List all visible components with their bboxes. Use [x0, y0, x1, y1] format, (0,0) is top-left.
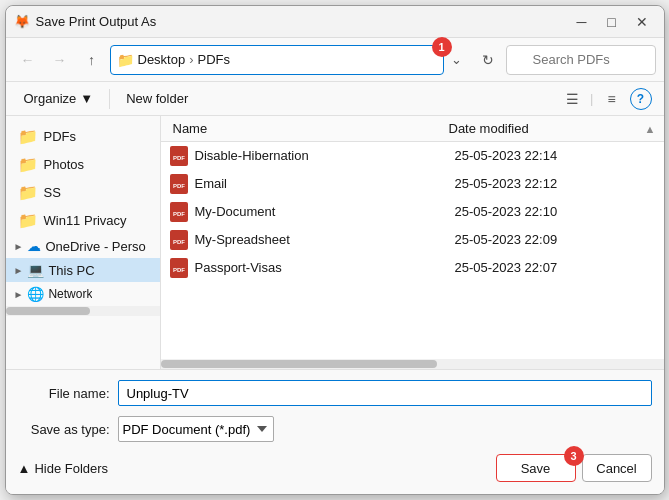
savetype-select[interactable]: PDF Document (*.pdf) [118, 416, 274, 442]
maximize-button[interactable]: □ [598, 8, 626, 36]
hide-folders-label: Hide Folders [34, 461, 108, 476]
file-row[interactable]: PDF Email 25-05-2023 22:12 [161, 170, 664, 198]
file-row[interactable]: PDF Disable-Hibernation 25-05-2023 22:14 [161, 142, 664, 170]
savetype-label: Save as type: [18, 422, 118, 437]
toolbar-separator [109, 89, 110, 109]
file-date-2: 25-05-2023 22:10 [455, 204, 656, 219]
filename-label: File name: [18, 386, 118, 401]
sidebar-label-win11privacy: Win11 Privacy [44, 213, 127, 228]
sidebar-scrollbar-thumb [6, 307, 91, 315]
svg-text:PDF: PDF [173, 267, 185, 273]
thispc-icon: 💻 [27, 262, 44, 278]
badge-1: 1 [432, 37, 452, 57]
sidebar-item-win11privacy[interactable]: 📁 Win11 Privacy [6, 206, 160, 234]
file-name-0: Disable-Hibernation [195, 148, 455, 163]
sidebar-section-network[interactable]: ► 🌐 Network [6, 282, 160, 306]
savetype-wrap: PDF Document (*.pdf) [118, 416, 652, 442]
file-name-4: Passport-Visas [195, 260, 455, 275]
file-name-1: Email [195, 176, 455, 191]
file-name-3: My-Spreadsheet [195, 232, 455, 247]
help-button[interactable]: ? [630, 88, 652, 110]
col-header-date: Date modified [449, 121, 656, 136]
sidebar-label-photos: Photos [44, 157, 84, 172]
bottom-section: File name: Save as type: PDF Document (*… [6, 369, 664, 494]
filelist-scrollbar-thumb [161, 360, 438, 368]
svg-text:PDF: PDF [173, 183, 185, 189]
action-buttons: Save 3 Cancel [496, 454, 652, 482]
hide-folders-button[interactable]: ▲ Hide Folders [18, 461, 109, 476]
file-name-2: My-Document [195, 204, 455, 219]
sidebar-label-thispc: This PC [48, 263, 94, 278]
sidebar-item-pdfs[interactable]: 📁 PDFs [6, 122, 160, 150]
file-icon-1: PDF [169, 174, 189, 194]
path-part-desktop: Desktop [138, 52, 186, 67]
file-row[interactable]: PDF Passport-Visas 25-05-2023 22:07 [161, 254, 664, 282]
sidebar-item-photos[interactable]: 📁 Photos [6, 150, 160, 178]
search-input[interactable] [506, 45, 656, 75]
file-list-header: ▲ Name Date modified [161, 116, 664, 142]
address-box[interactable]: 📁 Desktop › PDFs [110, 45, 444, 75]
cancel-button[interactable]: Cancel [582, 454, 652, 482]
file-icon-2: PDF [169, 202, 189, 222]
folder-icon-win11privacy: 📁 [18, 211, 38, 230]
view-details-button[interactable]: ≡ [598, 86, 626, 112]
close-button[interactable]: ✕ [628, 8, 656, 36]
forward-button[interactable]: → [46, 46, 74, 74]
sidebar-scrollbar[interactable] [6, 306, 160, 316]
svg-text:PDF: PDF [173, 211, 185, 217]
new-folder-button[interactable]: New folder [120, 86, 194, 112]
new-folder-label: New folder [126, 91, 188, 106]
folder-icon-photos: 📁 [18, 155, 38, 174]
hide-chevron: ▲ [18, 461, 31, 476]
save-btn-wrap: Save 3 [496, 454, 576, 482]
onedrive-icon: ☁ [27, 238, 41, 254]
toolbar-right: ☰ | ≡ ? [558, 86, 651, 112]
savetype-row: Save as type: PDF Document (*.pdf) [18, 414, 652, 444]
network-icon: 🌐 [27, 286, 44, 302]
sidebar: 📁 PDFs 📁 Photos 📁 SS 📁 Win11 Privacy ► ☁… [6, 116, 161, 369]
file-row[interactable]: PDF My-Spreadsheet 25-05-2023 22:09 [161, 226, 664, 254]
sidebar-section-onedrive[interactable]: ► ☁ OneDrive - Perso [6, 234, 160, 258]
view-list-button[interactable]: ☰ [558, 86, 586, 112]
organize-button[interactable]: Organize ▼ [18, 86, 100, 112]
file-date-3: 25-05-2023 22:09 [455, 232, 656, 247]
file-date-4: 25-05-2023 22:07 [455, 260, 656, 275]
sidebar-item-ss[interactable]: 📁 SS [6, 178, 160, 206]
save-dialog: 🦊 Save Print Output As ─ □ ✕ ← → ↑ 📁 Des… [5, 5, 665, 495]
file-icon-4: PDF [169, 258, 189, 278]
file-list: ▲ Name Date modified PDF Disable-Hiberna… [161, 116, 664, 369]
address-path: Desktop › PDFs [138, 52, 231, 67]
up-button[interactable]: ↑ [78, 46, 106, 74]
svg-text:PDF: PDF [173, 155, 185, 161]
svg-text:PDF: PDF [173, 239, 185, 245]
file-icon-0: PDF [169, 146, 189, 166]
organize-chevron: ▼ [80, 91, 93, 106]
dialog-title: Save Print Output As [36, 14, 562, 29]
file-row[interactable]: PDF My-Document 25-05-2023 22:10 [161, 198, 664, 226]
filelist-scrollbar[interactable] [161, 359, 664, 369]
title-bar: 🦊 Save Print Output As ─ □ ✕ [6, 6, 664, 38]
toolbar: Organize ▼ New folder ☰ | ≡ ? [6, 82, 664, 116]
back-button[interactable]: ← [14, 46, 42, 74]
address-folder-icon: 📁 [117, 52, 134, 68]
search-wrap: 🔍 [506, 45, 656, 75]
sidebar-section-thispc[interactable]: ► 💻 This PC [6, 258, 160, 282]
badge-3: 3 [564, 446, 584, 466]
col-header-name: Name [169, 121, 449, 136]
app-icon: 🦊 [14, 14, 30, 30]
file-icon-3: PDF [169, 230, 189, 250]
onedrive-chevron: ► [14, 241, 24, 252]
action-row: ▲ Hide Folders Save 3 Cancel [18, 450, 652, 486]
sidebar-label-network: Network [48, 287, 92, 301]
path-separator: › [189, 52, 193, 67]
refresh-button[interactable]: ↻ [474, 46, 502, 74]
filename-input[interactable] [118, 380, 652, 406]
main-content: 📁 PDFs 📁 Photos 📁 SS 📁 Win11 Privacy ► ☁… [6, 116, 664, 369]
folder-icon-ss: 📁 [18, 183, 38, 202]
thispc-chevron: ► [14, 265, 24, 276]
minimize-button[interactable]: ─ [568, 8, 596, 36]
filename-row: File name: [18, 378, 652, 408]
network-chevron: ► [14, 289, 24, 300]
file-date-0: 25-05-2023 22:14 [455, 148, 656, 163]
sidebar-label-onedrive: OneDrive - Perso [45, 239, 145, 254]
